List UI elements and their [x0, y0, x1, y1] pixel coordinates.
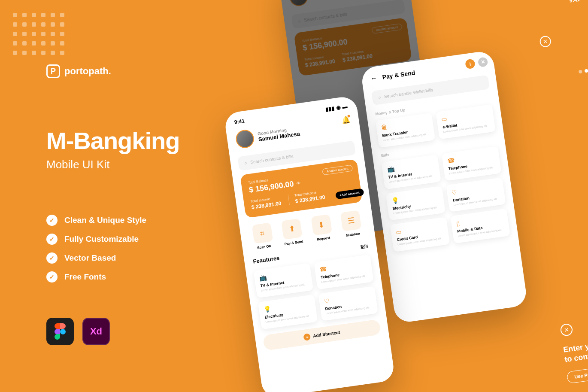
action-request[interactable]: ⬇Request	[307, 214, 336, 243]
action-scan-qr[interactable]: ⌗Scan QR	[248, 222, 278, 251]
card-credit-card[interactable]: ▭Credit CardLorem ipsum dolor amet adipi…	[390, 217, 450, 252]
app-badges: Xd	[46, 318, 110, 345]
page-dots	[579, 68, 588, 74]
signal-icon: ▮▮▮	[325, 105, 335, 112]
subtitle: Mobile UI Kit	[46, 158, 179, 171]
close-icon[interactable]: ✕	[478, 57, 488, 67]
card-tv-internet[interactable]: 📺TV & InternetLorem ipsum dolor amet adi…	[381, 154, 441, 189]
notification-bell-icon[interactable]: 🔔	[341, 115, 350, 125]
card-ewallet[interactable]: ▭e-WalletLorem ipsum dolor amet adipisci…	[436, 104, 496, 140]
time: 9:41	[234, 118, 245, 125]
eye-off-icon[interactable]: 👁	[296, 181, 301, 186]
feature-electricity[interactable]: 💡ElectricityLorem ipsum dolor amet adipi…	[258, 295, 318, 330]
request-icon: ⬇	[311, 214, 332, 236]
battery-icon: ▬	[342, 103, 348, 110]
card-electricity[interactable]: 💡ElectricityLorem ipsum dolor amet adipi…	[386, 185, 446, 221]
feature-telephone[interactable]: ☎TelephoneLorem ipsum dolor amet adipisc…	[314, 255, 374, 290]
figma-icon	[55, 323, 66, 340]
action-pay-send[interactable]: ⬆Pay & Send	[278, 218, 307, 246]
bullet-item: ✓Vector Based	[46, 252, 146, 264]
search-icon: ⌕	[298, 18, 301, 24]
logo-icon: P	[46, 64, 60, 78]
features-heading: Feautures	[253, 255, 280, 265]
avatar[interactable]	[235, 129, 255, 149]
info-icon[interactable]: i	[465, 58, 476, 69]
close-icon[interactable]: ✕	[560, 323, 573, 337]
list-icon: ☰	[340, 210, 362, 231]
avatar	[288, 0, 309, 7]
bullet-item: ✓Fully Customizable	[46, 234, 146, 245]
check-icon: ✓	[46, 215, 58, 226]
xd-badge: Xd	[82, 318, 110, 345]
bullet-item: ✓Free Fonts	[46, 271, 146, 283]
card-donation[interactable]: ♡DonationLorem ipsum dolor amet adipisci…	[446, 177, 506, 213]
decorative-dots	[13, 13, 64, 55]
search-icon: ⌕	[244, 161, 247, 166]
feature-bullets: ✓Clean & Unique Style ✓Fully Customizabl…	[46, 215, 146, 283]
title: M-Bangking	[46, 127, 179, 155]
check-icon: ✓	[46, 271, 58, 283]
send-icon: ⬆	[281, 219, 303, 240]
time: 9:41	[569, 0, 580, 4]
headline: M-Bangking Mobile UI Kit	[46, 127, 179, 171]
feature-donation[interactable]: ♡DonationLorem ipsum dolor amet adipisci…	[318, 286, 378, 321]
xd-icon: Xd	[90, 326, 102, 337]
card-bank-transfer[interactable]: 🏛Bank TransferLorem ipsum dolor amet adi…	[376, 113, 436, 148]
use-password-button[interactable]: Use Password	[567, 365, 588, 384]
check-icon: ✓	[46, 234, 58, 245]
bullet-item: ✓Clean & Unique Style	[46, 215, 146, 226]
wifi-icon: ◉	[336, 104, 341, 111]
phone-mockup-paysend: i ✕ ← Pay & Send ⌕Search bank/e-Wallet/b…	[360, 50, 527, 323]
edit-button[interactable]: Edit	[360, 243, 368, 249]
close-icon[interactable]: ✕	[539, 35, 552, 48]
feature-tv-internet[interactable]: 📺TV & InternetLorem ipsum dolor amet adi…	[254, 263, 314, 298]
brand-logo: P portopath.	[46, 64, 111, 78]
page-title: Pay & Send	[382, 69, 416, 81]
qr-icon: ⌗	[252, 222, 273, 244]
check-icon: ✓	[46, 252, 58, 264]
card-telephone[interactable]: ☎TelephoneLorem ipsum dolor amet adipisc…	[442, 146, 502, 181]
brand-name: portopath.	[64, 66, 111, 77]
back-icon[interactable]: ←	[370, 74, 378, 82]
pin-heading: Enter your PINto confirm payment	[563, 335, 588, 365]
action-mutation[interactable]: ☰Mutation	[336, 210, 366, 238]
figma-badge	[46, 318, 74, 345]
search-icon: ⌕	[378, 95, 381, 100]
card-mobile-data[interactable]: ▯Mobile & DataLorem ipsum dolor amet adi…	[450, 209, 510, 244]
plus-icon: +	[303, 333, 311, 341]
